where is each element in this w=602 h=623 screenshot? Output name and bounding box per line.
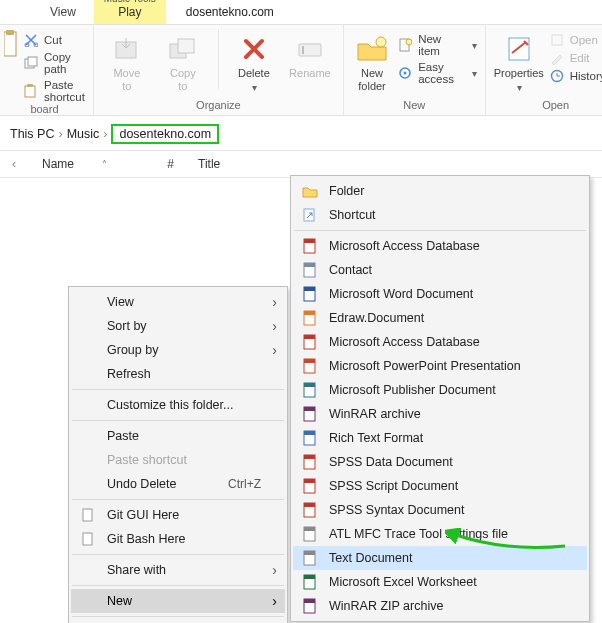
clipboard-group-label: board: [4, 103, 85, 117]
new-item-microsoft-word-document[interactable]: Microsoft Word Document: [293, 282, 587, 306]
shortcut-icon: [301, 208, 319, 222]
open-button[interactable]: Open ▾: [550, 33, 602, 47]
music-tools-tab[interactable]: Music Tools Play: [94, 0, 166, 24]
ribbon: Cut Copy path Paste shortcut board Move …: [0, 24, 602, 116]
properties-button[interactable]: Properties ▾: [494, 29, 544, 93]
svg-rect-35: [304, 359, 315, 363]
new-item-contact[interactable]: Contact: [293, 258, 587, 282]
svg-rect-37: [304, 383, 315, 387]
play-tab[interactable]: Play: [94, 4, 166, 24]
paste-shortcut-label: Paste shortcut: [44, 79, 85, 103]
ctx-refresh[interactable]: Refresh: [71, 362, 285, 386]
ctx-view[interactable]: View: [71, 290, 285, 314]
new-item-winrar-archive[interactable]: WinRAR archive: [293, 402, 587, 426]
move-to-button[interactable]: Move to: [102, 29, 152, 92]
new-item-spss-data-document[interactable]: SPSS Data Document: [293, 450, 587, 474]
col-number[interactable]: #: [166, 157, 198, 171]
title-tab-strip: View Music Tools Play dosentekno.com: [0, 0, 602, 24]
svg-rect-33: [304, 335, 315, 339]
delete-button[interactable]: Delete ▾: [229, 29, 279, 93]
svg-rect-19: [552, 35, 562, 45]
new-folder-label: New folder: [358, 67, 386, 92]
ctx-paste[interactable]: Paste: [71, 424, 285, 448]
move-to-label: Move to: [113, 67, 140, 92]
breadcrumb[interactable]: This PC › Music › dosentekno.com: [0, 116, 602, 150]
filetype-icon: [301, 310, 319, 326]
sort-asc-icon: ˄: [102, 159, 107, 170]
new-folder-item[interactable]: Folder: [293, 179, 587, 203]
column-headers[interactable]: ‹ Name ˄ # Title: [0, 151, 602, 178]
svg-rect-25: [304, 239, 315, 243]
new-item-spss-script-document[interactable]: SPSS Script Document: [293, 474, 587, 478]
group-new: New folder New item ▾ Easy access ▾ New: [344, 25, 486, 115]
rename-label: Rename: [289, 67, 331, 80]
svg-rect-1: [6, 30, 14, 35]
chevron-right-icon[interactable]: ›: [103, 127, 107, 141]
paste-shortcut-button[interactable]: Paste shortcut: [24, 79, 85, 103]
rename-icon: [294, 33, 326, 65]
col-name[interactable]: Name: [42, 157, 74, 171]
filetype-icon: [301, 454, 319, 470]
svg-rect-7: [27, 84, 33, 87]
new-folder-icon: [356, 33, 388, 65]
svg-rect-12: [302, 46, 304, 54]
ctx-customize[interactable]: Customize this folder...: [71, 393, 285, 417]
cut-label: Cut: [44, 34, 62, 46]
filetype-icon: [301, 286, 319, 302]
scissors-icon: [24, 33, 38, 47]
col-title[interactable]: Title: [198, 157, 258, 171]
new-item-label: New item: [418, 33, 464, 57]
tab-view[interactable]: View: [32, 1, 94, 24]
history-icon: [550, 69, 564, 83]
crumb-this-pc[interactable]: This PC: [10, 127, 54, 141]
svg-rect-43: [304, 455, 315, 459]
ctx-group-by[interactable]: Group by: [71, 338, 285, 362]
new-item-microsoft-access-database[interactable]: Microsoft Access Database: [293, 234, 587, 258]
delete-label: Delete: [238, 67, 270, 80]
new-item-microsoft-access-database[interactable]: Microsoft Access Database: [293, 330, 587, 354]
new-item-microsoft-powerpoint-presentation[interactable]: Microsoft PowerPoint Presentation: [293, 354, 587, 378]
ctx-sort-by[interactable]: Sort by: [71, 314, 285, 338]
delete-icon: [238, 33, 270, 65]
copy-path-button[interactable]: Copy path: [24, 51, 85, 75]
new-shortcut-item[interactable]: Shortcut: [293, 203, 587, 227]
new-folder-button[interactable]: New folder: [352, 29, 392, 92]
chevron-down-icon[interactable]: ▾: [472, 40, 477, 51]
new-group-label: New: [352, 99, 477, 113]
open-group-label: Open: [494, 99, 602, 113]
edit-button[interactable]: Edit: [550, 51, 602, 65]
svg-rect-6: [25, 86, 35, 97]
new-item-button[interactable]: New item ▾: [398, 33, 477, 57]
organize-group-label: Organize: [102, 99, 335, 113]
filetype-icon: [301, 358, 319, 374]
chevron-down-icon[interactable]: ▾: [472, 68, 477, 79]
svg-rect-29: [304, 287, 315, 291]
shortcut-key: Ctrl+Z: [228, 477, 261, 478]
svg-point-15: [406, 39, 412, 45]
easy-access-label: Easy access: [418, 61, 464, 85]
group-organize: Move to Copy to Delete ▾ Rename Organize: [94, 25, 344, 115]
chevron-right-icon[interactable]: ›: [58, 127, 62, 141]
history-button[interactable]: History: [550, 69, 602, 83]
filetype-icon: [301, 406, 319, 422]
filetype-icon: [301, 430, 319, 446]
svg-rect-41: [304, 431, 315, 435]
copy-to-button[interactable]: Copy to: [158, 29, 208, 92]
rename-button[interactable]: Rename: [285, 29, 335, 80]
paste-big-icon[interactable]: [4, 29, 18, 61]
easy-access-button[interactable]: Easy access ▾: [398, 61, 477, 85]
new-item-microsoft-publisher-document[interactable]: Microsoft Publisher Document: [293, 378, 587, 402]
new-item-edraw-document[interactable]: Edraw.Document: [293, 306, 587, 330]
ctx-undo-delete[interactable]: Undo DeleteCtrl+Z: [71, 472, 285, 478]
filetype-icon: [301, 382, 319, 398]
crumb-current[interactable]: dosentekno.com: [111, 124, 219, 144]
svg-rect-0: [4, 32, 16, 56]
svg-rect-18: [509, 38, 529, 60]
folder-icon: [301, 184, 319, 198]
window-title: dosentekno.com: [166, 1, 292, 24]
paste-shortcut-icon: [24, 84, 38, 98]
crumb-music[interactable]: Music: [67, 127, 100, 141]
cut-button[interactable]: Cut: [24, 33, 85, 47]
group-clipboard: Cut Copy path Paste shortcut board: [0, 25, 94, 115]
new-item-rich-text-format[interactable]: Rich Text Format: [293, 426, 587, 450]
